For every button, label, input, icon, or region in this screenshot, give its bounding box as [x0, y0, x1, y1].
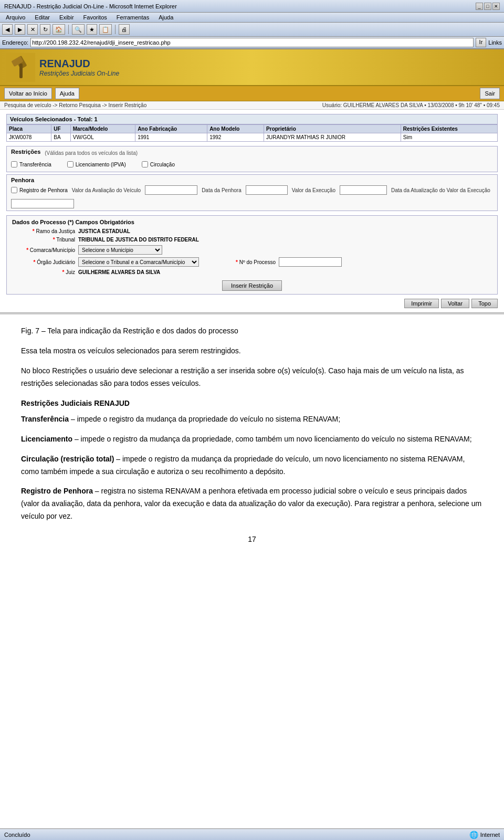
vehicles-table: Placa UF Marca/Modelo Ano Fabricação Ano… — [6, 124, 498, 142]
app-subtitle: Restrições Judiciais On-Line — [39, 70, 119, 77]
table-row: JKW0078 BA VW/GOL 1991 1992 JURANDYR MAT… — [7, 133, 498, 142]
cell-ano-mod: 1992 — [207, 133, 264, 142]
go-button[interactable]: Ir — [476, 38, 487, 47]
valor-avaliacao-input[interactable] — [145, 185, 197, 195]
circulacao-label: Circulação — [150, 162, 175, 167]
stop-button[interactable]: ✕ — [27, 24, 38, 35]
valor-execucao-input[interactable] — [340, 185, 387, 195]
data-atualizacao-label: Data da Atualização do Valor da Execução — [391, 187, 490, 193]
comarca-select[interactable]: Selecione o Município — [78, 245, 162, 255]
menu-arquivo[interactable]: Arquivo — [4, 14, 27, 21]
comarca-row: * Comarca/Município Selecione o Municípi… — [12, 245, 492, 255]
checkbox-licenciamento[interactable]: Licenciamento (IPVA) — [67, 161, 126, 167]
menu-favoritos[interactable]: Favoritos — [82, 14, 109, 21]
topo-button[interactable]: Topo — [471, 299, 498, 308]
forward-button[interactable]: ▶ — [15, 24, 25, 35]
nav-bar: Voltar ao Início Ajuda Sair — [0, 86, 504, 101]
browser-toolbar: ◀ ▶ ✕ ↻ 🏠 🔍 ★ 📋 🖨 — [0, 23, 504, 37]
checkbox-transferencia[interactable]: Transferência — [11, 161, 51, 167]
comarca-label: * Comarca/Município — [12, 247, 75, 253]
search-button[interactable]: 🔍 — [72, 24, 85, 35]
cell-marca-modelo: VW/GOL — [70, 133, 135, 142]
penhora-checkbox-label[interactable]: Registro de Penhora — [11, 187, 68, 193]
data-atualizacao-input[interactable] — [11, 199, 74, 208]
insert-restricao-button[interactable]: Inserir Restrição — [222, 280, 282, 291]
penhora-checkbox[interactable] — [11, 187, 17, 193]
imprimir-button[interactable]: Imprimir — [404, 299, 439, 308]
home-button[interactable]: 🏠 — [52, 24, 65, 35]
col-placa: Placa — [7, 125, 51, 133]
penhora-fields: Registro de Penhora Valor da Avaliação d… — [11, 185, 493, 208]
history-button[interactable]: 📋 — [99, 24, 112, 35]
transferencia-checkbox[interactable] — [11, 161, 17, 167]
menu-bar: Arquivo Editar Exibir Favoritos Ferramen… — [0, 13, 504, 23]
menu-ferramentas[interactable]: Ferramentas — [115, 14, 151, 21]
favorites-button[interactable]: ★ — [87, 24, 97, 35]
doc-section-title: Restrições Judiciais RENAJUD — [21, 397, 483, 409]
maximize-button[interactable]: □ — [484, 3, 491, 10]
star5: * — [236, 259, 238, 265]
penhora-checkbox-text: Registro de Penhora — [19, 187, 68, 193]
penhora-bold-text: Registro de Penhora — [21, 487, 93, 495]
star4: * — [34, 259, 36, 265]
app-logo — [6, 53, 35, 82]
orgao-select[interactable]: Selecione o Tribunal e a Comarca/Municíp… — [78, 257, 199, 267]
app-header: RENAJUD Restrições Judiciais On-Line — [0, 49, 504, 86]
data-penhora-input[interactable] — [246, 185, 288, 195]
voltar-inicio-button[interactable]: Voltar ao Início — [4, 88, 52, 99]
close-button[interactable]: ✕ — [492, 3, 500, 10]
process-title: Dados do Processo (*) Campos Obrigatório… — [12, 219, 492, 225]
hammer-icon — [8, 54, 34, 80]
cell-placa: JKW0078 — [7, 133, 51, 142]
toolbar-separator2 — [115, 25, 116, 34]
processo-input[interactable] — [279, 257, 342, 267]
user-info-bar: Pesquisa de veículo -> Retorno Pesquisa … — [0, 101, 504, 110]
links-label: Links — [488, 39, 502, 46]
tribunal-value: TRIBUNAL DE JUSTICA DO DISTRITO FEDERAL — [78, 237, 199, 243]
address-input[interactable] — [30, 38, 473, 47]
app-title: RENAJUD — [39, 58, 119, 70]
ajuda-button[interactable]: Ajuda — [55, 88, 79, 99]
circulacao-checkbox[interactable] — [142, 161, 148, 167]
transferencia-body: – impede o registro da mudança da propri… — [69, 415, 340, 423]
menu-exibir[interactable]: Exibir — [58, 14, 76, 21]
restrictions-title: Restrições — [11, 149, 40, 155]
star1: * — [33, 228, 35, 234]
user-session-info: Usuário: GUILHERME ALVARES DA SILVA • 13… — [322, 102, 500, 108]
bottom-buttons: Imprimir Voltar Topo — [6, 299, 498, 308]
cell-ano-fab: 1991 — [135, 133, 207, 142]
address-label: Endereço: — [2, 39, 28, 46]
main-content: Veículos Selecionados - Total: 1 Placa U… — [0, 110, 504, 312]
penhora-title: Penhora — [11, 177, 493, 183]
sair-button[interactable]: Sair — [480, 88, 500, 99]
svg-rect-1 — [19, 64, 23, 78]
restrictions-note: (Válidas para todos os veículos da lista… — [45, 150, 138, 156]
col-marca-modelo: Marca/Modelo — [70, 125, 135, 133]
internet-zone: 🌐 Internet — [469, 831, 500, 839]
breadcrumb: Pesquisa de veículo -> Retorno Pesquisa … — [4, 102, 146, 108]
menu-editar[interactable]: Editar — [33, 14, 51, 21]
doc-para2: No bloco Restrições o usuário deve selec… — [21, 365, 483, 390]
print-toolbar-button[interactable]: 🖨 — [119, 24, 130, 35]
col-ano-mod: Ano Modelo — [207, 125, 264, 133]
voltar-button[interactable]: Voltar — [441, 299, 469, 308]
window-buttons: _ □ ✕ — [476, 3, 500, 10]
minimize-button[interactable]: _ — [476, 3, 483, 10]
juiz-row: * Juiz GUILHERME ALVARES DA SILVA — [12, 269, 492, 275]
restrictions-checkboxes: Transferência Licenciamento (IPVA) Circu… — [11, 159, 493, 170]
star6: * — [62, 269, 65, 275]
menu-ajuda[interactable]: Ajuda — [157, 14, 175, 21]
processo-label: * Nº do Processo — [213, 259, 276, 265]
restrictions-section: Restrições (Válidas para todos os veícul… — [6, 146, 498, 172]
tribunal-label: * Tribunal — [12, 237, 75, 243]
refresh-button[interactable]: ↻ — [40, 24, 50, 35]
back-button[interactable]: ◀ — [2, 24, 13, 35]
licenciamento-checkbox[interactable] — [67, 161, 74, 167]
fig-caption: Fig. 7 – Tela para indicação da Restriçã… — [21, 325, 483, 337]
doc-para1: Essa tela mostra os veículos selecionado… — [21, 345, 483, 358]
orgao-label: * Órgão Judiciário — [12, 259, 75, 265]
checkbox-circulacao[interactable]: Circulação — [142, 161, 175, 167]
penhora-section: Penhora Registro de Penhora Valor da Ava… — [6, 174, 498, 211]
address-bar: Endereço: Ir Links — [0, 37, 504, 49]
ramo-value: JUSTICA ESTADUAL — [78, 228, 130, 234]
